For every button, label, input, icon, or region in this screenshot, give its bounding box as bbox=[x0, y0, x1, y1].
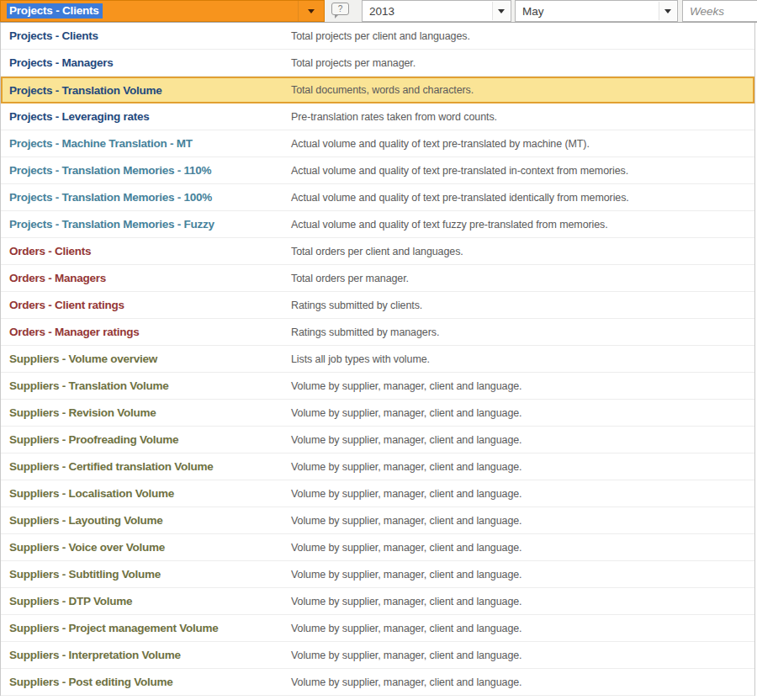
report-name: Suppliers - Certified translation Volume bbox=[1, 460, 291, 473]
list-item[interactable]: Suppliers - Revision VolumeVolume by sup… bbox=[1, 400, 754, 427]
report-description: Total orders per manager. bbox=[291, 273, 409, 284]
report-description: Total projects per client and languages. bbox=[291, 30, 470, 42]
list-item[interactable]: Orders - Manager ratingsRatings submitte… bbox=[1, 319, 754, 346]
report-description: Actual volume and quality of text fuzzy … bbox=[291, 219, 608, 231]
report-list: Projects - ClientsTotal projects per cli… bbox=[0, 23, 755, 696]
list-item[interactable]: Suppliers - Certified translation Volume… bbox=[1, 453, 754, 480]
report-name: Projects - Clients bbox=[1, 29, 291, 42]
chevron-down-icon bbox=[659, 2, 676, 20]
list-item[interactable]: Projects - ClientsTotal projects per cli… bbox=[1, 23, 754, 50]
report-description: Volume by supplier, manager, client and … bbox=[291, 676, 521, 688]
report-name: Orders - Clients bbox=[1, 245, 291, 257]
report-type-value: Projects - Clients bbox=[7, 3, 103, 19]
list-item[interactable]: Projects - Translation Memories - 110%Ac… bbox=[1, 157, 754, 184]
report-description: Volume by supplier, manager, client and … bbox=[291, 434, 521, 446]
list-item[interactable]: Projects - Leveraging ratesPre-translati… bbox=[1, 103, 754, 130]
report-description: Ratings submitted by managers. bbox=[291, 326, 439, 338]
list-item[interactable]: Suppliers - Translation VolumeVolume by … bbox=[1, 373, 754, 400]
list-item[interactable]: Orders - ManagersTotal orders per manage… bbox=[1, 265, 754, 292]
year-dropdown[interactable]: 2013 bbox=[362, 0, 511, 22]
report-description: Lists all job types with volume. bbox=[291, 353, 430, 365]
report-name: Suppliers - Translation Volume bbox=[1, 379, 291, 392]
list-item[interactable]: Suppliers - Layouting VolumeVolume by su… bbox=[1, 507, 754, 534]
report-name: Projects - Machine Translation - MT bbox=[1, 137, 291, 150]
report-description: Volume by supplier, manager, client and … bbox=[291, 407, 521, 419]
report-type-dropdown[interactable]: Projects - Clients bbox=[0, 0, 325, 22]
report-name: Suppliers - Interpretation Volume bbox=[1, 649, 291, 661]
report-name: Suppliers - Layouting Volume bbox=[1, 514, 291, 527]
report-name: Projects - Translation Volume bbox=[3, 84, 291, 97]
list-item[interactable]: Orders - ClientsTotal orders per client … bbox=[1, 238, 754, 265]
chevron-down-icon bbox=[492, 2, 510, 20]
report-description: Volume by supplier, manager, client and … bbox=[291, 650, 521, 661]
report-name: Projects - Translation Memories - 110% bbox=[1, 164, 291, 177]
list-item[interactable]: Suppliers - Proofreading VolumeVolume by… bbox=[1, 427, 754, 453]
list-item[interactable]: Projects - Translation VolumeTotal docum… bbox=[1, 77, 754, 103]
weeks-placeholder: Weeks bbox=[690, 5, 724, 18]
report-name: Orders - Manager ratings bbox=[1, 326, 291, 338]
report-description: Actual volume and quality of text pre-tr… bbox=[291, 165, 628, 177]
list-item[interactable]: Suppliers - Project management VolumeVol… bbox=[1, 615, 754, 642]
report-description: Volume by supplier, manager, client and … bbox=[291, 596, 521, 607]
list-item[interactable]: Projects - Translation Memories - 100%Ac… bbox=[1, 184, 754, 211]
list-item[interactable]: Suppliers - Localisation VolumeVolume by… bbox=[1, 480, 754, 507]
report-description: Volume by supplier, manager, client and … bbox=[291, 569, 521, 581]
list-item[interactable]: Orders - Client ratingsRatings submitted… bbox=[1, 292, 754, 319]
report-description: Volume by supplier, manager, client and … bbox=[291, 461, 521, 473]
report-name: Suppliers - Subtitling Volume bbox=[1, 568, 291, 581]
list-item[interactable]: Projects - Machine Translation - MTActua… bbox=[1, 130, 754, 157]
list-item[interactable]: Suppliers - Voice over VolumeVolume by s… bbox=[1, 534, 754, 561]
question-mark-glyph: ? bbox=[338, 4, 343, 13]
list-item[interactable]: Suppliers - Post editing VolumeVolume by… bbox=[1, 669, 754, 696]
report-name: Projects - Managers bbox=[1, 56, 291, 69]
report-name: Suppliers - Volume overview bbox=[1, 353, 291, 365]
report-description: Total projects per manager. bbox=[291, 57, 416, 69]
report-name: Suppliers - Voice over Volume bbox=[1, 541, 291, 554]
help-icon[interactable]: ? bbox=[331, 3, 349, 15]
list-item[interactable]: Suppliers - Interpretation VolumeVolume … bbox=[1, 642, 754, 669]
report-description: Actual volume and quality of text pre-tr… bbox=[291, 192, 629, 204]
report-name: Suppliers - Project management Volume bbox=[1, 622, 291, 634]
report-description: Volume by supplier, manager, client and … bbox=[291, 623, 521, 634]
report-name: Projects - Translation Memories - 100% bbox=[1, 191, 291, 204]
report-name: Suppliers - Localisation Volume bbox=[1, 487, 291, 500]
month-dropdown[interactable]: May bbox=[515, 0, 678, 22]
report-description: Pre-translation rates taken from word co… bbox=[291, 111, 497, 123]
month-value: May bbox=[522, 5, 544, 18]
report-description: Actual volume and quality of text pre-tr… bbox=[291, 138, 590, 150]
report-name: Suppliers - Revision Volume bbox=[1, 406, 291, 419]
toolbar: Projects - Clients ? 2013 May Weeks bbox=[0, 0, 757, 23]
list-item[interactable]: Suppliers - DTP VolumeVolume by supplier… bbox=[1, 588, 754, 615]
report-name: Orders - Managers bbox=[1, 272, 291, 284]
report-name: Orders - Client ratings bbox=[1, 299, 291, 311]
report-description: Volume by supplier, manager, client and … bbox=[291, 488, 521, 500]
report-description: Volume by supplier, manager, client and … bbox=[291, 380, 521, 392]
weeks-input[interactable]: Weeks bbox=[682, 0, 757, 22]
year-value: 2013 bbox=[369, 5, 394, 18]
report-name: Suppliers - Proofreading Volume bbox=[1, 433, 291, 446]
chevron-down-icon bbox=[298, 1, 324, 21]
report-name: Projects - Translation Memories - Fuzzy bbox=[1, 218, 291, 231]
report-description: Total orders per client and languages. bbox=[291, 246, 463, 257]
list-item[interactable]: Projects - ManagersTotal projects per ma… bbox=[1, 50, 754, 77]
report-name: Projects - Leveraging rates bbox=[1, 110, 291, 123]
report-description: Ratings submitted by clients. bbox=[291, 300, 422, 311]
list-item[interactable]: Suppliers - Volume overviewLists all job… bbox=[1, 346, 754, 373]
list-item[interactable]: Suppliers - Subtitling VolumeVolume by s… bbox=[1, 561, 754, 588]
report-description: Total documents, words and characters. bbox=[291, 84, 474, 96]
report-description: Volume by supplier, manager, client and … bbox=[291, 515, 521, 527]
report-name: Suppliers - DTP Volume bbox=[1, 595, 291, 607]
report-name: Suppliers - Post editing Volume bbox=[1, 676, 291, 688]
list-item[interactable]: Projects - Translation Memories - FuzzyA… bbox=[1, 211, 754, 238]
report-description: Volume by supplier, manager, client and … bbox=[291, 542, 521, 554]
